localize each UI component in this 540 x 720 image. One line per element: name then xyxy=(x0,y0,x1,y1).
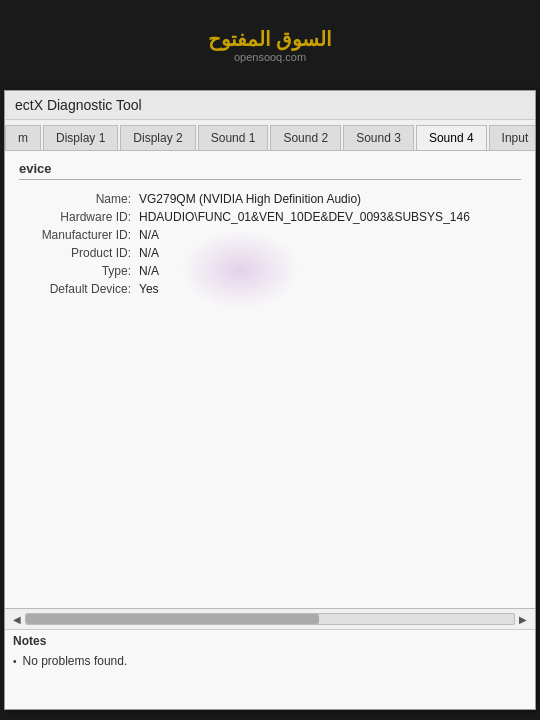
device-info-grid: Name: VG279QM (NVIDIA High Definition Au… xyxy=(19,190,521,298)
window-title: ectX Diagnostic Tool xyxy=(15,97,142,113)
product-id-label: Product ID: xyxy=(19,244,139,262)
content-area: evice Name: VG279QM (NVIDIA High Definit… xyxy=(5,151,535,608)
notes-content: • No problems found. xyxy=(13,654,527,668)
hardware-id-value: HDAUDIO\FUNC_01&VEN_10DE&DEV_0093&SUBSYS… xyxy=(139,208,521,226)
scroll-track[interactable] xyxy=(25,613,515,625)
notes-header: Notes xyxy=(13,634,527,648)
scroll-left-icon[interactable]: ◀ xyxy=(13,614,21,625)
tabs-container: m Display 1 Display 2 Sound 1 Sound 2 So… xyxy=(5,120,535,151)
type-value: N/A xyxy=(139,262,521,280)
section-header: evice xyxy=(19,161,521,180)
manufacturer-id-row: Manufacturer ID: N/A xyxy=(19,226,521,244)
type-row: Type: N/A xyxy=(19,262,521,280)
default-device-label: Default Device: xyxy=(19,280,139,298)
tab-input[interactable]: Input xyxy=(489,125,535,151)
product-id-value: N/A xyxy=(139,244,521,262)
tab-sound2[interactable]: Sound 2 xyxy=(270,125,341,151)
tab-sound4[interactable]: Sound 4 xyxy=(416,125,487,151)
hardware-id-label: Hardware ID: xyxy=(19,208,139,226)
default-device-value: Yes xyxy=(139,280,521,298)
logo-area: السوق المفتوح opensooq.com xyxy=(208,27,333,63)
product-id-row: Product ID: N/A xyxy=(19,244,521,262)
hardware-id-row: Hardware ID: HDAUDIO\FUNC_01&VEN_10DE&DE… xyxy=(19,208,521,226)
tab-sound1[interactable]: Sound 1 xyxy=(198,125,269,151)
tab-sound3[interactable]: Sound 3 xyxy=(343,125,414,151)
type-label: Type: xyxy=(19,262,139,280)
name-value: VG279QM (NVIDIA High Definition Audio) xyxy=(139,190,521,208)
logo-sub: opensooq.com xyxy=(208,51,333,63)
title-bar: ectX Diagnostic Tool xyxy=(5,91,535,120)
scroll-right-icon[interactable]: ▶ xyxy=(519,614,527,625)
top-bar: السوق المفتوح opensooq.com xyxy=(0,0,540,90)
logo-main: السوق المفتوح xyxy=(208,27,333,51)
default-device-row: Default Device: Yes xyxy=(19,280,521,298)
notes-section: Notes • No problems found. xyxy=(5,629,535,709)
tab-display1[interactable]: Display 1 xyxy=(43,125,118,151)
scroll-bar-area[interactable]: ◀ ▶ xyxy=(5,609,535,629)
tab-display2[interactable]: Display 2 xyxy=(120,125,195,151)
name-label: Name: xyxy=(19,190,139,208)
scroll-thumb[interactable] xyxy=(26,614,319,624)
manufacturer-id-label: Manufacturer ID: xyxy=(19,226,139,244)
name-row: Name: VG279QM (NVIDIA High Definition Au… xyxy=(19,190,521,208)
manufacturer-id-value: N/A xyxy=(139,226,521,244)
bottom-area: ◀ ▶ Notes • No problems found. xyxy=(5,608,535,709)
diagnostic-window: ectX Diagnostic Tool m Display 1 Display… xyxy=(4,90,536,710)
bullet-icon: • xyxy=(13,656,17,667)
notes-text: No problems found. xyxy=(23,654,128,668)
tab-m[interactable]: m xyxy=(5,125,41,151)
